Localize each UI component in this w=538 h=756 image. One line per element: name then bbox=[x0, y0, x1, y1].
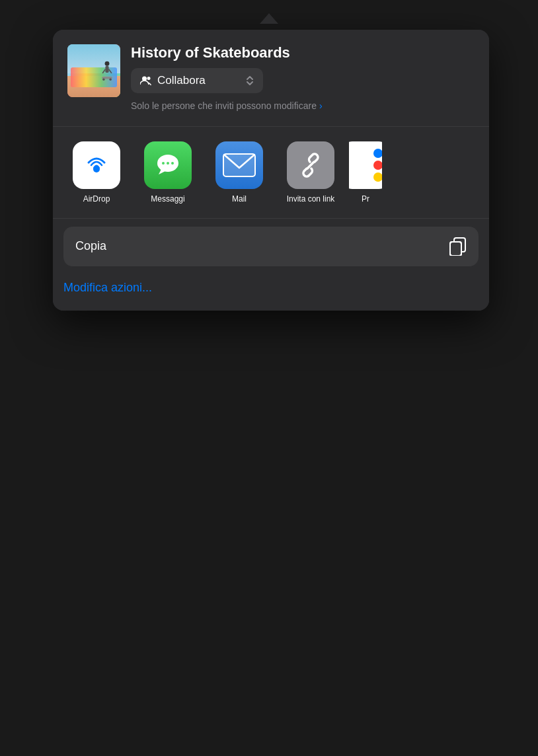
modifica-section: Modifica azioni... bbox=[53, 272, 489, 311]
svg-line-17 bbox=[307, 162, 314, 169]
subtitle: Solo le persone che inviti possono modif… bbox=[131, 100, 475, 113]
svg-point-0 bbox=[105, 61, 110, 66]
modifica-link[interactable]: Modifica azioni... bbox=[63, 281, 152, 294]
app-partial[interactable]: Pr bbox=[349, 141, 382, 204]
svg-point-14 bbox=[171, 162, 174, 165]
link-label: Invita con link bbox=[287, 194, 335, 204]
copia-button[interactable]: Copia bbox=[63, 227, 479, 266]
app-messaggi[interactable]: Messaggi bbox=[135, 141, 201, 204]
partial-icon-bg bbox=[349, 141, 382, 189]
app-mail[interactable]: Mail bbox=[206, 141, 272, 204]
airdrop-svg bbox=[81, 149, 112, 181]
app-airdrop[interactable]: AirDrop bbox=[63, 141, 130, 204]
popover-arrow bbox=[260, 13, 278, 24]
link-svg bbox=[297, 151, 325, 179]
svg-point-8 bbox=[147, 77, 151, 80]
link-icon-bg bbox=[287, 141, 334, 189]
collaborate-button[interactable]: Collabora bbox=[131, 68, 263, 93]
app-link[interactable]: Invita con link bbox=[278, 141, 344, 204]
apps-row: AirDrop Messaggi bbox=[63, 141, 479, 204]
svg-point-6 bbox=[109, 79, 111, 81]
svg-point-13 bbox=[167, 162, 169, 165]
airdrop-label: AirDrop bbox=[83, 194, 110, 204]
messaggi-label: Messaggi bbox=[151, 194, 184, 204]
collaborate-label: Collabora bbox=[157, 74, 206, 87]
background: History of Skateboards Collabora bbox=[0, 0, 538, 756]
airdrop-icon-bg bbox=[73, 141, 120, 189]
svg-line-3 bbox=[109, 69, 112, 73]
svg-line-2 bbox=[102, 69, 105, 73]
messaggi-icon-bg bbox=[144, 141, 192, 189]
svg-rect-19 bbox=[450, 242, 461, 256]
svg-point-5 bbox=[102, 79, 104, 81]
header-content: History of Skateboards Collabora bbox=[131, 44, 475, 113]
partial-label: Pr bbox=[362, 194, 369, 204]
svg-rect-1 bbox=[105, 66, 108, 73]
messages-svg bbox=[153, 151, 182, 180]
copia-label: Copia bbox=[75, 239, 106, 253]
actions-section: Copia bbox=[53, 219, 489, 272]
document-title: History of Skateboards bbox=[131, 44, 475, 61]
share-popover: History of Skateboards Collabora bbox=[53, 30, 489, 311]
header-section: History of Skateboards Collabora bbox=[53, 30, 489, 126]
mail-svg bbox=[223, 153, 256, 177]
people-icon bbox=[140, 76, 152, 85]
document-thumbnail bbox=[67, 44, 120, 97]
mail-label: Mail bbox=[232, 194, 247, 204]
svg-point-12 bbox=[162, 162, 165, 165]
chevron-updown-icon bbox=[246, 75, 254, 87]
apps-section: AirDrop Messaggi bbox=[53, 127, 489, 218]
copy-icon bbox=[449, 237, 467, 256]
mail-icon-bg bbox=[215, 141, 263, 189]
